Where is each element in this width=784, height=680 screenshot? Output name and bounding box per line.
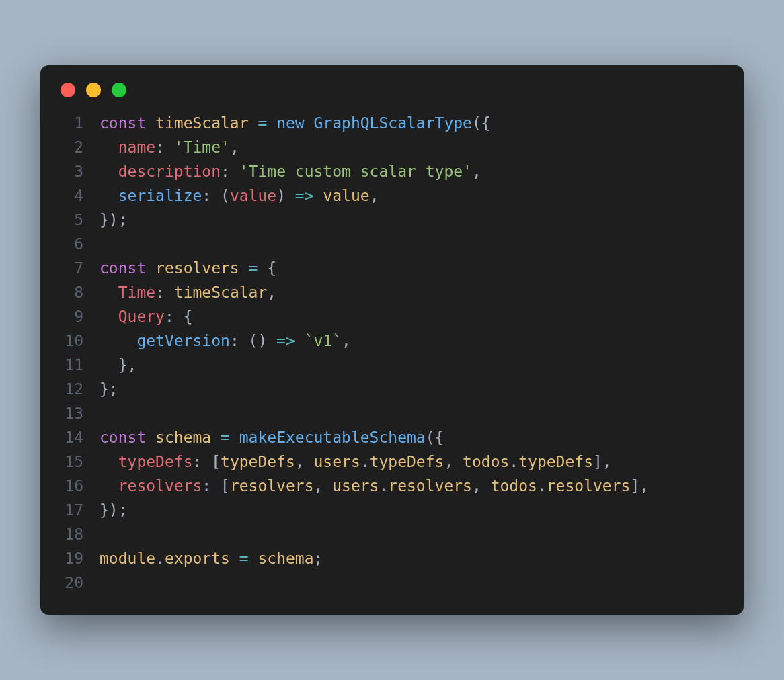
line-number: 11 xyxy=(61,353,100,377)
code-line: 16 resolvers: [resolvers, users.resolver… xyxy=(61,474,723,498)
code-line: 4 serialize: (value) => value, xyxy=(61,183,723,208)
line-number: 8 xyxy=(61,280,100,304)
code-content: getVersion: () => `v1`, xyxy=(100,329,351,353)
code-content: const schema = makeExecutableSchema({ xyxy=(100,425,444,450)
line-number: 7 xyxy=(61,256,100,280)
code-content: Time: timeScalar, xyxy=(100,280,276,304)
code-line: 9 Query: { xyxy=(61,304,723,329)
code-content: resolvers: [resolvers, users.resolvers, … xyxy=(100,474,649,498)
line-number: 19 xyxy=(61,546,100,570)
line-number: 2 xyxy=(61,135,100,159)
line-number: 1 xyxy=(61,111,100,135)
zoom-icon[interactable] xyxy=(112,83,126,97)
line-number: 5 xyxy=(61,208,100,232)
code-line: 6 xyxy=(61,232,723,256)
line-number: 14 xyxy=(61,425,100,450)
code-content: }, xyxy=(100,353,136,377)
code-line: 3 description: 'Time custom scalar type'… xyxy=(61,159,723,183)
code-content: module.exports = schema; xyxy=(100,546,323,570)
code-content: serialize: (value) => value, xyxy=(100,183,379,208)
code-line: 12}; xyxy=(61,377,723,401)
line-number: 9 xyxy=(61,304,100,329)
code-line: 19module.exports = schema; xyxy=(61,546,723,570)
code-line: 20 xyxy=(61,570,723,595)
code-content: name: 'Time', xyxy=(100,135,239,159)
minimize-icon[interactable] xyxy=(86,83,101,97)
line-number: 18 xyxy=(61,522,100,546)
code-line: 5}); xyxy=(61,208,723,232)
code-line: 11 }, xyxy=(61,353,723,377)
line-number: 3 xyxy=(61,159,100,183)
code-content: }; xyxy=(100,377,118,401)
code-line: 17}); xyxy=(61,498,723,522)
line-number: 13 xyxy=(61,401,100,425)
code-window: 1const timeScalar = new GraphQLScalarTyp… xyxy=(40,65,744,615)
line-number: 16 xyxy=(61,474,100,498)
line-number: 20 xyxy=(61,570,100,595)
close-icon[interactable] xyxy=(61,83,75,97)
code-line: 10 getVersion: () => `v1`, xyxy=(61,329,723,353)
code-content: description: 'Time custom scalar type', xyxy=(100,159,481,183)
code-content: const timeScalar = new GraphQLScalarType… xyxy=(100,111,491,135)
code-line: 7const resolvers = { xyxy=(61,256,723,280)
code-line: 18 xyxy=(61,522,723,546)
line-number: 10 xyxy=(61,329,100,353)
line-number: 12 xyxy=(61,377,100,401)
code-line: 15 typeDefs: [typeDefs, users.typeDefs, … xyxy=(61,450,723,474)
code-content: const resolvers = { xyxy=(100,256,276,280)
code-content: Query: { xyxy=(100,304,193,329)
line-number: 17 xyxy=(61,498,100,522)
line-number: 6 xyxy=(61,232,100,256)
code-line: 14const schema = makeExecutableSchema({ xyxy=(61,425,723,450)
code-content: typeDefs: [typeDefs, users.typeDefs, tod… xyxy=(100,450,612,474)
code-line: 13 xyxy=(61,401,723,425)
line-number: 15 xyxy=(61,450,100,474)
line-number: 4 xyxy=(61,183,100,208)
titlebar xyxy=(40,65,744,104)
code-area: 1const timeScalar = new GraphQLScalarTyp… xyxy=(40,104,744,595)
code-line: 8 Time: timeScalar, xyxy=(61,280,723,304)
code-line: 1const timeScalar = new GraphQLScalarTyp… xyxy=(61,111,723,135)
code-content: }); xyxy=(100,208,128,232)
code-line: 2 name: 'Time', xyxy=(61,135,723,159)
code-content: }); xyxy=(100,498,128,522)
